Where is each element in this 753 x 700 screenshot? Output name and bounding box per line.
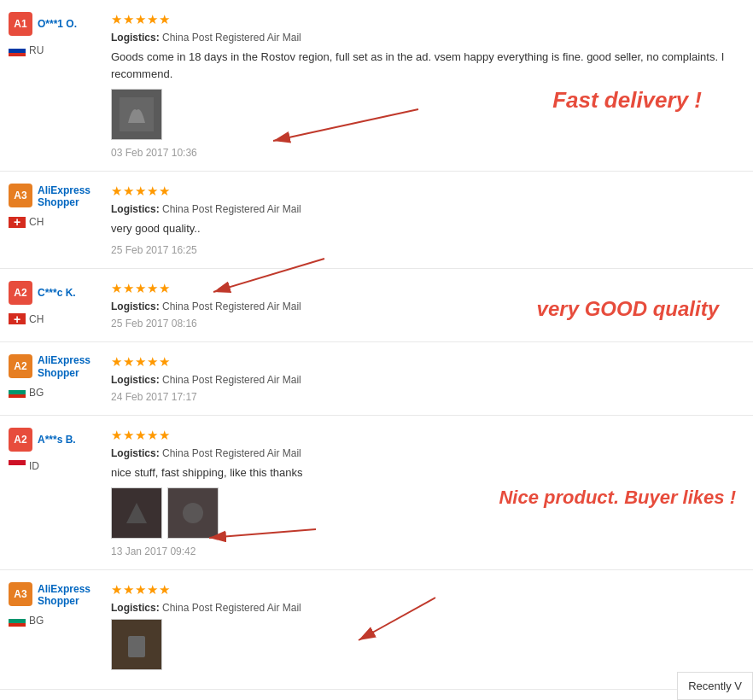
star-4: ★ xyxy=(147,12,158,27)
review-thumb-4[interactable] xyxy=(167,487,219,539)
country-label-1: RU xyxy=(29,44,44,56)
flag-country-1: RU xyxy=(9,44,44,56)
review-images-6 xyxy=(111,619,744,670)
review-content-3: ★ ★ ★ ★ ★ Logistics: China Post Register… xyxy=(102,281,744,330)
reviewer-col-1: A1 O***1 O. RU xyxy=(9,12,102,159)
country-label-4: BG xyxy=(29,387,44,399)
flag-country-5: ID xyxy=(9,460,39,472)
review-item-5: A2 A***s B. ID ★ ★ ★ ★ ★ Logistics: xyxy=(0,416,753,571)
review-date-5: 13 Jan 2017 09:42 xyxy=(111,545,744,557)
reviewer-name-line1-2: AliExpress xyxy=(38,184,90,196)
reviewer-name-line1-6: AliExpress xyxy=(38,583,90,595)
flag-ch-icon-1 xyxy=(9,217,26,228)
reviewer-name-line2-2: Shopper xyxy=(38,196,79,208)
review-date-4: 24 Feb 2017 17:17 xyxy=(111,391,744,403)
stars-6: ★ ★ ★ ★ ★ xyxy=(111,582,744,598)
review-content-2: ★ ★ ★ ★ ★ Logistics: China Post Register… xyxy=(102,184,744,256)
review-thumb-3[interactable] xyxy=(111,487,162,539)
svg-rect-5 xyxy=(128,636,145,657)
svg-point-3 xyxy=(183,503,203,523)
review-content-1: ★ ★ ★ ★ ★ Logistics: China Post Register… xyxy=(102,12,744,159)
avatar-3: A2 xyxy=(9,281,32,305)
avatar-1: A1 xyxy=(9,12,32,36)
reviewer-name-line2-6: Shopper xyxy=(38,595,79,607)
review-thumb-1[interactable] xyxy=(111,89,162,140)
star-5: ★ xyxy=(159,12,170,27)
logistics-5: Logistics: China Post Registered Air Mai… xyxy=(111,447,744,459)
thumb-image-icon-4 xyxy=(176,496,210,530)
reviewer-name-line1-4: AliExpress xyxy=(38,354,90,366)
stars-5: ★ ★ ★ ★ ★ xyxy=(111,428,744,443)
star-2: ★ xyxy=(123,12,134,27)
review-item-6: A3 AliExpress Shopper BG ★ ★ ★ ★ xyxy=(0,570,753,690)
review-thumb-5[interactable] xyxy=(111,619,162,670)
reviewer-col-5: A2 A***s B. ID xyxy=(9,428,102,558)
reviewer-name-3[interactable]: C***c K. xyxy=(38,287,76,300)
logistics-1: Logistics: China Post Registered Air Mai… xyxy=(111,32,744,44)
stars-1: ★ ★ ★ ★ ★ xyxy=(111,12,744,27)
reviewer-col-4: A2 AliExpress Shopper BG xyxy=(9,354,102,403)
reviewer-col-2: A3 AliExpress Shopper CH xyxy=(9,184,102,256)
review-text-2: very good quality.. xyxy=(111,220,744,237)
reviewer-col-6: A3 AliExpress Shopper BG xyxy=(9,582,102,677)
avatar-2: A3 xyxy=(9,184,32,207)
review-content-4: ★ ★ ★ ★ ★ Logistics: China Post Register… xyxy=(102,354,744,403)
reviewer-name-line2-4: Shopper xyxy=(38,367,79,379)
review-date-3: 25 Feb 2017 08:16 xyxy=(111,318,744,330)
logistics-4: Logistics: China Post Registered Air Mai… xyxy=(111,374,744,386)
avatar-4: A2 xyxy=(9,354,32,378)
thumb-image-icon-5 xyxy=(120,627,154,662)
review-text-5: nice stuff, fast shipping, like this tha… xyxy=(111,464,744,481)
flag-id-icon xyxy=(9,460,26,471)
star-1: ★ xyxy=(111,12,122,27)
country-label-6: BG xyxy=(29,615,44,627)
country-label-2: CH xyxy=(29,216,44,228)
country-label-5: ID xyxy=(29,460,39,472)
review-item-2: A3 AliExpress Shopper CH ★ ★ ★ ★ xyxy=(0,172,753,269)
review-item-3: A2 C***c K. CH ★ ★ ★ ★ ★ Logistics: xyxy=(0,269,753,342)
logistics-6: Logistics: China Post Registered Air Mai… xyxy=(111,602,744,614)
recently-viewed-button[interactable]: Recently V xyxy=(677,672,753,700)
flag-country-4: BG xyxy=(9,387,44,399)
thumb-image-icon xyxy=(120,97,154,131)
reviewer-name-1[interactable]: O***1 O. xyxy=(38,18,77,32)
flag-bg-icon-2 xyxy=(9,615,26,627)
review-date-1: 03 Feb 2017 10:36 xyxy=(111,147,744,159)
review-content-6: ★ ★ ★ ★ ★ Logistics: China Post Register… xyxy=(102,582,744,677)
flag-country-2: CH xyxy=(9,216,44,228)
review-images-5 xyxy=(111,487,744,539)
reviewer-name-4[interactable]: AliExpress Shopper xyxy=(38,354,90,379)
flag-country-3: CH xyxy=(9,313,44,325)
logistics-value-1: China Post Registered Air Mail xyxy=(162,32,301,44)
flag-bg-icon-1 xyxy=(9,387,26,398)
review-content-5: ★ ★ ★ ★ ★ Logistics: China Post Register… xyxy=(102,428,744,558)
stars-3: ★ ★ ★ ★ ★ xyxy=(111,281,744,296)
stars-4: ★ ★ ★ ★ ★ xyxy=(111,354,744,370)
reviewer-name-2[interactable]: AliExpress Shopper xyxy=(38,184,90,209)
reviewer-name-5[interactable]: A***s B. xyxy=(38,434,76,447)
logistics-label-1: Logistics: xyxy=(111,32,160,44)
reviewer-name-6[interactable]: AliExpress Shopper xyxy=(38,583,90,608)
review-list: A1 O***1 O. RU ★ ★ ★ ★ ★ Logistics: xyxy=(0,0,753,690)
thumb-image-icon-3 xyxy=(120,496,154,530)
review-date-2: 25 Feb 2017 16:25 xyxy=(111,244,744,256)
review-text-1: Goods come in 18 days in the Rostov regi… xyxy=(111,49,744,82)
flag-country-6: BG xyxy=(9,615,44,627)
logistics-3: Logistics: China Post Registered Air Mai… xyxy=(111,300,744,312)
star-3: ★ xyxy=(135,12,146,27)
review-item-4: A2 AliExpress Shopper BG ★ ★ ★ ★ xyxy=(0,342,753,416)
flag-ru-icon xyxy=(9,45,26,56)
reviewer-col-3: A2 C***c K. CH xyxy=(9,281,102,330)
avatar-6: A3 xyxy=(9,582,32,606)
avatar-5: A2 xyxy=(9,428,32,452)
flag-ch-icon-2 xyxy=(9,313,26,324)
logistics-2: Logistics: China Post Registered Air Mai… xyxy=(111,203,744,215)
country-label-3: CH xyxy=(29,313,44,325)
review-item-1: A1 O***1 O. RU ★ ★ ★ ★ ★ Logistics: xyxy=(0,0,753,172)
review-images-1 xyxy=(111,89,744,140)
stars-2: ★ ★ ★ ★ ★ xyxy=(111,184,744,199)
